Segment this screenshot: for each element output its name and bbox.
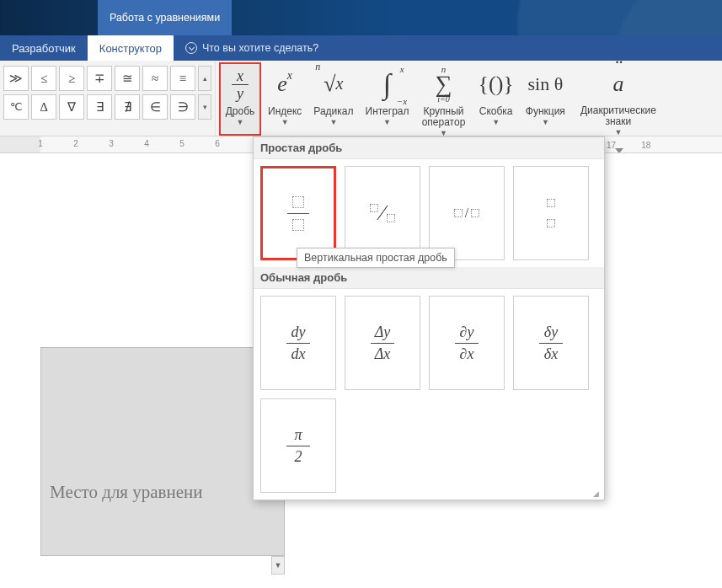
radical-icon: n √x: [324, 64, 343, 104]
integral-label: Интеграл: [366, 104, 409, 117]
ribbon-tabs: Разработчик Конструктор Что вы хотите сд…: [0, 35, 722, 61]
accent-label: Диакритические знаки: [580, 104, 656, 127]
bracket-icon: {()}: [479, 64, 514, 104]
chevron-down-icon: ▼: [614, 127, 622, 136]
symbol-elementof[interactable]: ∈: [142, 94, 168, 120]
symbol-mp[interactable]: ∓: [87, 66, 112, 91]
tooltip-stacked-fraction: Вертикальная простая дробь: [297, 248, 455, 268]
large-operator-button[interactable]: n ∑ i=0 Крупный оператор ▼: [416, 62, 472, 136]
symbols-more[interactable]: ▾: [198, 94, 211, 120]
tell-me-search[interactable]: Что вы хотите сделать?: [174, 35, 318, 61]
gallery-section-simple-header: Простая дробь: [254, 137, 604, 159]
symbol-contains[interactable]: ∋: [170, 94, 195, 120]
equation-placeholder-box[interactable]: Место для уравнени: [40, 347, 285, 556]
tpl-skewed-fraction[interactable]: ∕: [345, 166, 420, 260]
tab-developer[interactable]: Разработчик: [0, 35, 88, 61]
script-button[interactable]: ex Индекс ▼: [263, 62, 307, 136]
symbol-much-greater[interactable]: ≫: [3, 66, 29, 91]
chevron-down-icon: ▼: [542, 117, 549, 126]
tpl-linear-fraction[interactable]: /: [429, 166, 505, 260]
symbol-celsius[interactable]: ℃: [3, 94, 29, 120]
symbols-group: ≫ ≤ ≥ ∓ ≅ ≈ ≡ ▴ ℃ ∆ ∇ ∃ ∄ ∈ ∋ ▾: [0, 61, 216, 136]
gallery-section-common-body: dydx ΔyΔx ∂y∂x δyδx π2: [254, 289, 604, 500]
ribbon: ≫ ≤ ≥ ∓ ≅ ≈ ≡ ▴ ℃ ∆ ∇ ∃ ∄ ∈ ∋ ▾ x: [0, 61, 722, 136]
accent-icon: ¨ a: [612, 64, 623, 104]
radical-button[interactable]: n √x Радикал ▼: [308, 62, 358, 136]
tpl-stacked-fraction[interactable]: [260, 166, 336, 260]
accent-button[interactable]: ¨ a Диакритические знаки ▼: [572, 62, 665, 136]
tell-me-label: Что вы хотите сделать?: [202, 42, 318, 54]
radical-label: Радикал: [313, 104, 353, 117]
lightbulb-icon: [185, 42, 197, 54]
tpl-delta-y-delta-x[interactable]: δyδx: [513, 296, 589, 390]
symbol-notexists[interactable]: ∄: [115, 94, 140, 120]
resize-grip-icon[interactable]: ◢: [593, 489, 602, 498]
symbol-identical[interactable]: ≡: [170, 66, 195, 91]
script-icon: ex: [277, 64, 292, 104]
equation-tools-context-tab: Работа с уравнениями: [98, 0, 232, 35]
chevron-down-icon: ▼: [440, 128, 447, 136]
symbols-scroll-up[interactable]: ▴: [198, 66, 211, 91]
gallery-section-common-header: Обычная дробь: [254, 267, 604, 289]
tpl-small-fraction[interactable]: [513, 166, 589, 260]
chevron-down-icon: ▼: [383, 117, 391, 126]
fraction-icon: x y: [232, 64, 249, 104]
script-label: Индекс: [268, 104, 302, 117]
function-label: Функция: [526, 104, 565, 117]
symbol-delta[interactable]: ∆: [31, 94, 56, 120]
summation-icon: n ∑ i=0: [436, 64, 452, 104]
bracket-button[interactable]: {()} Скобка ▼: [473, 62, 519, 136]
bracket-label: Скобка: [479, 104, 513, 117]
equation-placeholder-text: Место для уравнени: [50, 482, 203, 503]
document-area: Место для уравнени ▼ Простая дробь ∕: [0, 153, 722, 588]
tpl-partial-y-partial-x[interactable]: ∂y∂x: [429, 296, 505, 390]
chevron-down-icon: ▼: [281, 117, 289, 126]
tpl-Delta-y-Delta-x[interactable]: ΔyΔx: [345, 296, 420, 390]
chevron-down-icon: ▼: [237, 117, 244, 126]
symbol-geq[interactable]: ≥: [59, 66, 84, 91]
symbol-congruent[interactable]: ≅: [115, 66, 140, 91]
integral-icon: ∫ −x x: [383, 64, 391, 104]
chevron-down-icon: ▼: [492, 117, 500, 126]
integral-button[interactable]: ∫ −x x Интеграл ▼: [361, 62, 414, 136]
tpl-pi-over-2[interactable]: π2: [260, 398, 336, 493]
symbol-exists[interactable]: ∃: [87, 94, 112, 120]
symbol-nabla[interactable]: ∇: [59, 94, 84, 120]
symbol-leq[interactable]: ≤: [31, 66, 56, 91]
scroll-down-button[interactable]: ▼: [271, 556, 285, 575]
fraction-label: Дробь: [226, 104, 255, 117]
function-button[interactable]: sin θ Функция ▼: [521, 62, 570, 136]
large-operator-label: Крупный оператор: [422, 104, 466, 128]
fraction-gallery: Простая дробь ∕ /: [253, 136, 605, 500]
function-icon: sin θ: [527, 64, 563, 104]
fraction-button[interactable]: x y Дробь ▼: [219, 62, 261, 136]
symbol-approx[interactable]: ≈: [142, 66, 168, 91]
tpl-dy-dx[interactable]: dydx: [260, 296, 336, 390]
titlebar: Работа с уравнениями: [0, 0, 722, 35]
chevron-down-icon: ▼: [329, 117, 337, 126]
tab-constructor[interactable]: Конструктор: [88, 35, 174, 61]
structures-group: x y Дробь ▼ ex Индекс ▼ n √x Радикал ▼: [216, 61, 668, 136]
